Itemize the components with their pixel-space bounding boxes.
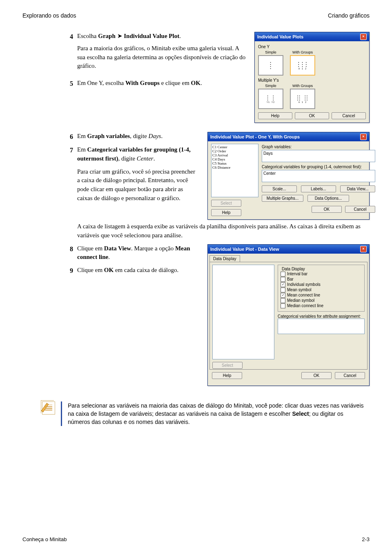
variable-item[interactable]: C5 Status <box>212 161 257 165</box>
checkbox-icon[interactable]: ✓ <box>281 282 285 287</box>
step-8: 8 Clique em Data View. Marque a opção Me… <box>67 244 199 262</box>
tab-data-display[interactable]: Data Display <box>209 255 240 262</box>
step-6: 6 Em Graph variables, digite Days. <box>67 132 199 141</box>
dialog-title: Individual Value Plots <box>257 34 303 39</box>
variable-item[interactable]: C1 Center <box>212 145 257 149</box>
thumb-multy-withgroups[interactable]: •• •••• •••• ••A 1 2 <box>290 89 315 109</box>
group-data-display: Data Display Interval barBar✓Individual … <box>278 265 365 312</box>
variable-item[interactable]: C2 Order <box>212 149 257 153</box>
checkbox-individual-symbols[interactable]: ✓Individual symbols <box>281 282 362 287</box>
checkbox-interval-bar[interactable]: Interval bar <box>281 272 362 276</box>
label-catattr: Categorical variables for attribute assi… <box>278 314 365 319</box>
thumb-label-withgroups2: With Groups <box>290 84 315 88</box>
step-7: 7 Em Categorical variables for grouping … <box>67 145 199 207</box>
thumb-oney-simple[interactable]: •••• <box>258 55 283 76</box>
section-multiple-ys: Multiple Y's <box>258 78 366 83</box>
scale-button[interactable]: Scale... <box>262 185 297 192</box>
dialog-data-view: Individual Value Plot - Data View × Data… <box>207 244 370 386</box>
thumb-label-simple: Simple <box>258 50 283 54</box>
section-one-y: One Y <box>258 45 366 49</box>
dialog-oney-withgroups: Individual Value Plot - One Y, With Grou… <box>207 132 370 220</box>
checkbox-icon[interactable] <box>281 288 285 292</box>
help-button[interactable]: Help <box>212 372 242 379</box>
step-5: 5 Em One Y, escolha With Groups e clique… <box>67 79 246 88</box>
step-body: Escolha Graph ➤ Individual Value Plot. P… <box>77 32 246 75</box>
note-bar <box>61 401 62 426</box>
step-9: 9 Clique em OK em cada caixa de diálogo. <box>67 266 199 275</box>
thumb-multy-simple[interactable]: • •• •• •Y1 Y2 <box>258 89 283 109</box>
step-4: 4 Escolha Graph ➤ Individual Value Plot.… <box>67 32 246 75</box>
variable-list[interactable]: C1 CenterC2 OrderC3 ArrivalC4 DaysC5 Sta… <box>211 144 258 197</box>
checkbox-icon[interactable] <box>281 298 285 303</box>
checkbox-icon[interactable] <box>281 303 285 308</box>
ok-button[interactable]: OK <box>295 112 329 119</box>
cancel-button[interactable]: Cancel <box>345 206 375 213</box>
footer-right: 2-3 <box>362 536 370 542</box>
ok-button[interactable]: OK <box>301 372 332 379</box>
label-catvars: Categorical variables for grouping (1-4,… <box>262 165 375 169</box>
close-icon[interactable]: × <box>360 33 367 40</box>
label-graphvars: Graph variables: <box>262 145 375 149</box>
footer-left: Conheça o Minitab <box>22 536 67 542</box>
thumb-label-withgroups: With Groups <box>290 50 315 54</box>
note-icon <box>42 401 55 415</box>
labels-button[interactable]: Labels... <box>301 185 336 192</box>
select-button[interactable]: Select <box>211 200 241 207</box>
step-num: 4 <box>67 32 73 75</box>
note-text: Para selecionar as variáveis na maioria … <box>68 401 365 426</box>
help-button[interactable]: Help <box>258 112 292 119</box>
dialog-individual-value-plots: Individual Value Plots × One Y Simple ••… <box>254 32 370 123</box>
checkbox-mean-connect-line[interactable]: ✓Mean connect line <box>281 293 362 298</box>
checkbox-median-connect-line[interactable]: Median connect line <box>281 303 362 308</box>
variable-list-empty[interactable] <box>212 265 274 359</box>
checkbox-icon[interactable]: ✓ <box>281 293 285 298</box>
ok-button[interactable]: OK <box>312 206 342 213</box>
thumb-label-simple2: Simple <box>258 84 283 88</box>
data-options-button[interactable]: Data Options... <box>307 195 349 202</box>
header-left: Explorando os dados <box>22 12 76 19</box>
select-button[interactable]: Select <box>212 362 243 369</box>
dialog-title: Individual Value Plot - One Y, With Grou… <box>210 134 300 139</box>
variable-item[interactable]: C6 Distance <box>212 165 257 169</box>
step-7-p2: A caixa de listagem à esquerda exibe as … <box>77 222 367 240</box>
checkbox-icon[interactable] <box>281 272 285 276</box>
checkbox-mean-symbol[interactable]: Mean symbol <box>281 288 362 292</box>
checkbox-median-symbol[interactable]: Median symbol <box>281 298 362 303</box>
help-button[interactable]: Help <box>211 209 241 216</box>
dialog-title: Individual Value Plot - Data View <box>210 247 279 252</box>
cancel-button[interactable]: Cancel <box>335 372 365 379</box>
header-right: Criando gráficos <box>328 12 370 19</box>
step-body: Em One Y, escolha With Groups e clique e… <box>77 79 246 88</box>
step-num: 5 <box>67 79 73 88</box>
close-icon[interactable]: × <box>360 134 367 140</box>
cancel-button[interactable]: Cancel <box>332 112 366 119</box>
checkbox-bar[interactable]: Bar <box>281 277 362 282</box>
variable-item[interactable]: C3 Arrival <box>212 153 257 157</box>
close-icon[interactable]: × <box>360 246 367 252</box>
checkbox-icon[interactable] <box>281 277 285 282</box>
multiple-graphs-button[interactable]: Multiple Graphs... <box>262 195 303 202</box>
variable-item[interactable]: C4 Days <box>212 157 257 161</box>
thumb-oney-withgroups[interactable]: • • •• • •• • •A 1 2 <box>290 55 315 76</box>
dataview-button[interactable]: Data View... <box>340 185 375 192</box>
input-catvars[interactable]: Center <box>262 170 375 182</box>
input-graphvars[interactable]: Days <box>262 150 375 162</box>
note-box: Para selecionar as variáveis na maioria … <box>22 401 370 426</box>
input-catattr[interactable] <box>278 319 365 334</box>
